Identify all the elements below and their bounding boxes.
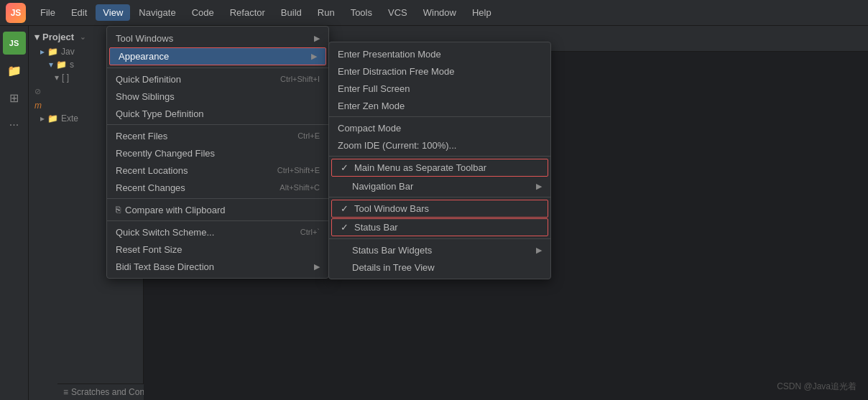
menu-vcs[interactable]: VCS: [381, 4, 415, 21]
dd-appearance[interactable]: Appearance ▶: [109, 47, 326, 65]
appearance-submenu: Enter Presentation Mode Enter Distractio…: [328, 42, 551, 279]
arrow-icon: ▶: [314, 262, 320, 271]
dd-main-menu-toolbar[interactable]: ✓ Main Menu as Separate Toolbar: [331, 159, 548, 177]
menu-bar: JS File Edit View Navigate Code Refactor…: [0, 0, 868, 26]
dd-quick-type[interactable]: Quick Type Definition: [107, 105, 328, 122]
menu-edit[interactable]: Edit: [64, 4, 94, 21]
menu-view[interactable]: View: [96, 4, 130, 21]
dd-compare-clipboard[interactable]: ⎘ Compare with Clipboard: [107, 201, 328, 218]
dropdown-overlay: Tool Windows ▶ Appearance ▶ Quick Defini…: [0, 26, 868, 400]
dd-bidi-text[interactable]: Bidi Text Base Direction ▶: [107, 258, 328, 275]
dd-tool-windows[interactable]: Tool Windows ▶: [107, 29, 328, 47]
dd-status-bar[interactable]: ✓ Status Bar: [331, 218, 548, 236]
dd-separator-a4: [329, 238, 550, 239]
check-icon: ✓: [341, 203, 348, 214]
dd-distraction-free[interactable]: Enter Distraction Free Mode: [329, 62, 550, 80]
dd-separator: [107, 68, 328, 68]
dd-separator-a2: [329, 156, 550, 157]
dd-recent-changes[interactable]: Recent Changes Alt+Shift+C: [107, 179, 328, 196]
dd-separator-4: [107, 220, 328, 221]
dd-navigation-bar[interactable]: Navigation Bar ▶: [329, 177, 550, 195]
menu-window[interactable]: Window: [416, 4, 463, 21]
check-icon: ✓: [341, 222, 348, 233]
dd-separator-2: [107, 124, 328, 125]
dd-recent-locations[interactable]: Recent Locations Ctrl+Shift+E: [107, 162, 328, 179]
dd-separator-3: [107, 198, 328, 199]
dd-status-bar-widgets[interactable]: Status Bar Widgets ▶: [329, 241, 550, 259]
dd-zen-mode[interactable]: Enter Zen Mode: [329, 97, 550, 114]
compare-icon: ⎘: [116, 205, 121, 215]
view-menu-dropdown: Tool Windows ▶ Appearance ▶ Quick Defini…: [106, 26, 329, 279]
menu-refactor[interactable]: Refactor: [223, 4, 272, 21]
menu-run[interactable]: Run: [310, 4, 342, 21]
arrow-icon: ▶: [536, 182, 542, 191]
arrow-icon: ▶: [536, 246, 542, 255]
arrow-icon: ▶: [311, 52, 317, 61]
dd-tool-window-bars[interactable]: ✓ Tool Window Bars: [331, 200, 548, 218]
dd-compact-mode[interactable]: Compact Mode: [329, 119, 550, 136]
menu-navigate[interactable]: Navigate: [131, 4, 183, 21]
dd-show-siblings[interactable]: Show Siblings: [107, 88, 328, 105]
dd-presentation-mode[interactable]: Enter Presentation Mode: [329, 45, 550, 62]
dd-separator-a1: [329, 116, 550, 117]
dd-separator-a3: [329, 197, 550, 197]
dd-quick-definition[interactable]: Quick Definition Ctrl+Shift+I: [107, 70, 328, 88]
dd-details-tree[interactable]: Details in Tree View: [329, 259, 550, 276]
dd-quick-switch[interactable]: Quick Switch Scheme... Ctrl+`: [107, 223, 328, 241]
dd-recently-changed[interactable]: Recently Changed Files: [107, 144, 328, 162]
menu-file[interactable]: File: [33, 4, 63, 21]
menu-help[interactable]: Help: [465, 4, 499, 21]
menu-code[interactable]: Code: [185, 4, 221, 21]
menu-tools[interactable]: Tools: [343, 4, 379, 21]
arrow-icon: ▶: [314, 34, 320, 43]
app-logo: JS: [6, 3, 26, 23]
dd-recent-files[interactable]: Recent Files Ctrl+E: [107, 127, 328, 144]
menu-build[interactable]: Build: [274, 4, 309, 21]
dd-reset-font[interactable]: Reset Font Size: [107, 241, 328, 258]
check-icon: ✓: [341, 162, 348, 173]
dd-full-screen[interactable]: Enter Full Screen: [329, 80, 550, 97]
dd-zoom-ide[interactable]: Zoom IDE (Current: 100%)...: [329, 136, 550, 154]
